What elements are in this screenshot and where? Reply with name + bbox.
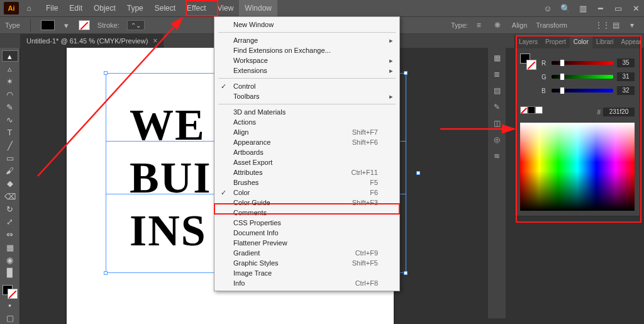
- panel-fill-stroke[interactable]: [520, 53, 536, 70]
- slider-handle-b[interactable]: [560, 87, 565, 94]
- menu-item-actions[interactable]: Actions: [214, 117, 399, 127]
- menu-item-toolbars[interactable]: Toolbars: [214, 91, 399, 101]
- slider-handle-r[interactable]: [560, 59, 565, 67]
- menu-object[interactable]: Object: [88, 0, 121, 16]
- menu-item-attributes[interactable]: AttributesCtrl+F11: [214, 167, 399, 177]
- menu-item-arrange[interactable]: Arrange: [214, 35, 399, 45]
- width-tool[interactable]: ⇔: [2, 229, 18, 240]
- menu-item-asset-export[interactable]: Asset Export: [214, 157, 399, 167]
- menu-item-3d-and-materials[interactable]: 3D and Materials: [214, 107, 399, 117]
- tab-properties[interactable]: Propert: [541, 36, 570, 48]
- white-swatch-icon[interactable]: [535, 106, 543, 114]
- menu-item-info[interactable]: InfoCtrl+F8: [214, 278, 399, 288]
- brushes-panel-icon[interactable]: ✎: [492, 102, 502, 112]
- close-icon[interactable]: ✕: [631, 4, 640, 13]
- menu-item-image-trace[interactable]: Image Trace: [214, 268, 399, 278]
- type-tool[interactable]: T: [2, 127, 18, 138]
- minimize-icon[interactable]: ━: [596, 4, 605, 13]
- menu-item-control[interactable]: Control: [214, 81, 399, 91]
- document-tab[interactable]: Untitled-1* @ 61.45 % (CMYK/Preview) ×: [20, 34, 164, 48]
- home-icon[interactable]: ⌂: [24, 4, 34, 13]
- selection-handle[interactable]: [404, 71, 408, 75]
- selection-handle-mid[interactable]: [416, 171, 420, 175]
- line-tool[interactable]: ╱: [2, 140, 18, 151]
- menu-item-find-extensions-on-exchange-[interactable]: Find Extensions on Exchange...: [214, 45, 399, 55]
- slider-handle-g[interactable]: [560, 73, 565, 81]
- panel-options-icon[interactable]: ⋮⋮: [595, 21, 604, 30]
- none-swatch-icon[interactable]: [520, 106, 528, 114]
- menu-view[interactable]: View: [212, 0, 240, 16]
- symbols-panel-icon[interactable]: ◎: [492, 135, 502, 145]
- layers-panel-icon[interactable]: ≣: [492, 69, 502, 79]
- menu-select[interactable]: Select: [149, 0, 181, 16]
- menu-item-color[interactable]: ColorF6: [214, 187, 399, 198]
- tab-libraries[interactable]: Librari: [592, 36, 618, 48]
- search-icon[interactable]: 🔍: [561, 4, 570, 13]
- panel-dock-icon[interactable]: ▤: [613, 21, 621, 30]
- tab-appearance[interactable]: Appear: [618, 36, 644, 48]
- paragraph-icon[interactable]: ≡: [477, 21, 486, 30]
- menu-type[interactable]: Type: [121, 0, 149, 16]
- stroke-indicator[interactable]: [8, 289, 18, 299]
- selection-handle[interactable]: [404, 271, 408, 275]
- menu-item-gradient[interactable]: GradientCtrl+F9: [214, 248, 399, 258]
- panel-menu-icon[interactable]: ▾: [630, 21, 639, 30]
- menu-window[interactable]: Window: [239, 0, 277, 16]
- close-tab-icon[interactable]: ×: [153, 36, 157, 45]
- menu-item-document-info[interactable]: Document Info: [214, 228, 399, 238]
- menu-item-workspace[interactable]: Workspace: [214, 55, 399, 65]
- tab-layers[interactable]: Layers: [515, 36, 541, 48]
- value-g[interactable]: 31: [617, 72, 635, 81]
- menu-item-graphic-styles[interactable]: Graphic StylesShift+F5: [214, 258, 399, 268]
- rectangle-tool[interactable]: ▭: [2, 152, 18, 164]
- free-transform-tool[interactable]: ▦: [2, 242, 18, 253]
- menu-item-comments[interactable]: Comments: [214, 208, 399, 218]
- fill-stroke-indicator[interactable]: [3, 285, 18, 299]
- eyedropper-tool[interactable]: ◉: [2, 254, 18, 265]
- stroke-width-input[interactable]: ⌃⌄: [127, 20, 145, 30]
- tab-color[interactable]: Color: [570, 36, 592, 48]
- menu-effect[interactable]: Effect: [181, 0, 211, 16]
- fill-swatch[interactable]: [41, 20, 55, 30]
- user-icon[interactable]: ☺: [543, 4, 552, 13]
- pen-tool[interactable]: ✎: [2, 101, 18, 113]
- menu-item-align[interactable]: AlignShift+F7: [214, 127, 399, 137]
- align-label[interactable]: Align: [512, 21, 527, 29]
- black-swatch-icon[interactable]: [528, 106, 535, 114]
- properties-panel-icon[interactable]: ▦: [492, 53, 502, 63]
- workspace-switch-icon[interactable]: ▥: [579, 4, 587, 13]
- menu-file[interactable]: File: [40, 0, 64, 16]
- slider-track-b[interactable]: [552, 89, 613, 92]
- magic-wand-tool[interactable]: ✶: [2, 76, 18, 87]
- menu-item-color-guide[interactable]: Color GuideShift+F3: [214, 198, 399, 208]
- panel-stroke-swatch[interactable]: [526, 60, 536, 70]
- libraries-panel-icon[interactable]: ▤: [492, 86, 502, 96]
- stroke-panel-icon[interactable]: ≋: [492, 151, 502, 161]
- fill-dropdown-icon[interactable]: ▾: [62, 21, 71, 30]
- scale-tool[interactable]: ⤢: [2, 216, 18, 227]
- menu-item-css-properties[interactable]: CSS Properties: [214, 218, 399, 228]
- stroke-swatch[interactable]: [79, 20, 90, 30]
- lasso-tool[interactable]: ◠: [2, 89, 18, 100]
- direct-selection-tool[interactable]: ▵: [2, 63, 18, 74]
- menu-item-brushes[interactable]: BrushesF5: [214, 177, 399, 187]
- menu-edit[interactable]: Edit: [64, 0, 88, 16]
- slider-track-g[interactable]: [552, 75, 613, 79]
- value-b[interactable]: 32: [617, 86, 635, 95]
- shaper-tool[interactable]: ◆: [2, 178, 18, 189]
- slider-track-r[interactable]: [552, 61, 613, 65]
- character-icon[interactable]: ❋: [494, 21, 503, 30]
- canvas-text-3[interactable]: INS: [130, 209, 207, 253]
- hex-input[interactable]: 231f20: [603, 108, 635, 116]
- screen-mode[interactable]: ▢: [2, 313, 18, 324]
- draw-mode-normal[interactable]: ▪: [2, 300, 18, 311]
- menu-item-new-window[interactable]: New Window: [214, 20, 399, 30]
- transform-label[interactable]: Transform: [536, 21, 567, 29]
- color-spectrum[interactable]: [520, 123, 635, 211]
- value-r[interactable]: 35: [617, 59, 635, 67]
- menu-item-appearance[interactable]: AppearanceShift+F6: [214, 137, 399, 147]
- selection-tool[interactable]: ▴: [2, 50, 18, 62]
- menu-item-extensions[interactable]: Extensions: [214, 65, 399, 75]
- rotate-tool[interactable]: ↻: [2, 203, 18, 215]
- selection-handle[interactable]: [104, 271, 108, 275]
